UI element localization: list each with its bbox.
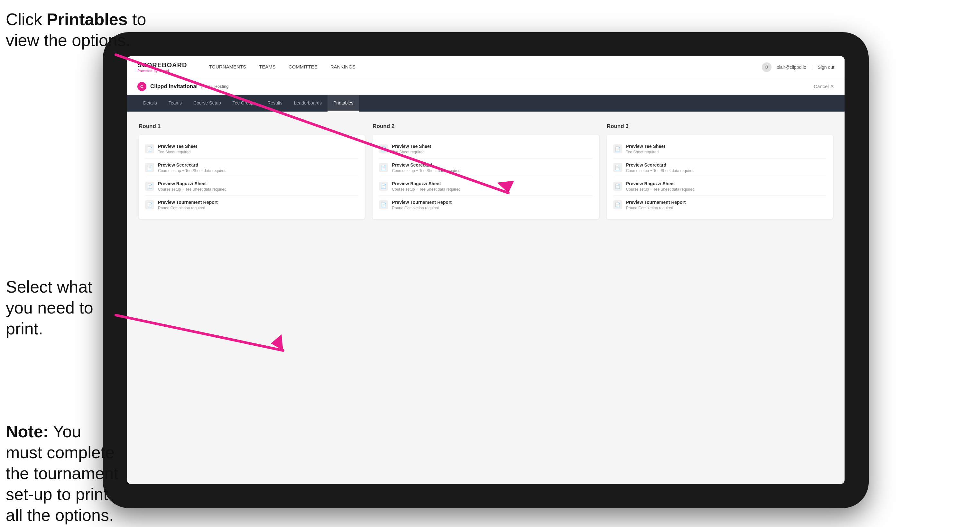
r1-tournament-report-subtitle: Round Completion required <box>158 206 358 210</box>
round-1-column: Round 1 📄 Preview Tee Sheet Tee Sheet re… <box>138 123 365 219</box>
r1-tee-sheet-title: Preview Tee Sheet <box>158 144 358 149</box>
tournament-bar: C Clippd Invitational (Men) Hosting Canc… <box>127 78 845 95</box>
nav-item-tournaments[interactable]: TOURNAMENTS <box>202 56 253 78</box>
main-nav: TOURNAMENTS TEAMS COMMITTEE RANKINGS <box>202 56 762 78</box>
r3-scorecard[interactable]: 📄 Preview Scorecard Course setup + Tee S… <box>613 159 827 177</box>
sub-nav-teams[interactable]: Teams <box>163 95 188 111</box>
tournament-name: Clippd Invitational <box>150 83 197 90</box>
r1-raguzzi-title: Preview Raguzzi Sheet <box>158 181 358 186</box>
tournament-logo: C <box>137 82 146 91</box>
r3-tournament-report[interactable]: 📄 Preview Tournament Report Round Comple… <box>613 196 827 214</box>
r2-scorecard-subtitle: Course setup + Tee Sheet data required <box>392 168 592 173</box>
sub-nav-details[interactable]: Details <box>137 95 163 111</box>
r3-raguzzi-title: Preview Raguzzi Sheet <box>626 181 827 186</box>
tournament-logo-letter: C <box>140 84 143 89</box>
r1-tee-sheet-icon: 📄 <box>145 144 154 153</box>
tournament-badge: (Men) <box>201 84 212 89</box>
r1-raguzzi[interactable]: 📄 Preview Raguzzi Sheet Course setup + T… <box>145 177 358 196</box>
r3-scorecard-icon: 📄 <box>613 163 622 172</box>
rounds-grid: Round 1 📄 Preview Tee Sheet Tee Sheet re… <box>138 123 833 219</box>
sub-nav-results[interactable]: Results <box>262 95 288 111</box>
r3-tee-sheet-subtitle: Tee Sheet required <box>626 150 827 154</box>
r1-scorecard-subtitle: Course setup + Tee Sheet data required <box>158 168 358 173</box>
round-3-card: 📄 Preview Tee Sheet Tee Sheet required 📄… <box>607 135 833 219</box>
tablet-device: SCOREBOARD Powered by clippd TOURNAMENTS… <box>103 32 869 508</box>
r2-raguzzi-subtitle: Course setup + Tee Sheet data required <box>392 187 592 192</box>
r1-tee-sheet[interactable]: 📄 Preview Tee Sheet Tee Sheet required <box>145 140 358 159</box>
avatar: B <box>762 62 772 72</box>
content-area: Round 1 📄 Preview Tee Sheet Tee Sheet re… <box>127 111 845 484</box>
r1-raguzzi-icon: 📄 <box>145 182 154 190</box>
brand: SCOREBOARD Powered by clippd <box>137 62 187 73</box>
round-2-title: Round 2 <box>372 123 599 130</box>
nav-item-rankings[interactable]: RANKINGS <box>324 56 362 78</box>
r1-tee-sheet-subtitle: Tee Sheet required <box>158 150 358 154</box>
tournament-status: Hosting <box>214 84 228 89</box>
r2-raguzzi-title: Preview Raguzzi Sheet <box>392 181 592 186</box>
annotation-mid: Select what you need to print. <box>6 276 115 339</box>
nav-item-committee[interactable]: COMMITTEE <box>282 56 324 78</box>
sub-nav-printables[interactable]: Printables <box>328 95 359 111</box>
r2-tee-sheet-subtitle: Tee Sheet required <box>392 150 592 154</box>
r1-tournament-report[interactable]: 📄 Preview Tournament Report Round Comple… <box>145 196 358 214</box>
r3-raguzzi-subtitle: Course setup + Tee Sheet data required <box>626 187 827 192</box>
nav-item-teams[interactable]: TEAMS <box>253 56 282 78</box>
round-2-column: Round 2 📄 Preview Tee Sheet Tee Sheet re… <box>372 123 599 219</box>
brand-sub: Powered by clippd <box>137 69 187 73</box>
r2-tournament-report[interactable]: 📄 Preview Tournament Report Round Comple… <box>379 196 592 214</box>
cancel-button[interactable]: Cancel ✕ <box>814 84 834 89</box>
r2-tee-sheet-icon: 📄 <box>379 144 388 153</box>
round-3-column: Round 3 📄 Preview Tee Sheet Tee Sheet re… <box>607 123 833 219</box>
r2-scorecard[interactable]: 📄 Preview Scorecard Course setup + Tee S… <box>379 159 592 177</box>
annotation-bold: Printables <box>47 10 127 29</box>
r3-raguzzi[interactable]: 📄 Preview Raguzzi Sheet Course setup + T… <box>613 177 827 196</box>
r2-scorecard-title: Preview Scorecard <box>392 162 592 168</box>
app-header: SCOREBOARD Powered by clippd TOURNAMENTS… <box>127 56 845 78</box>
header-right: B blair@clippd.io | Sign out <box>762 62 834 72</box>
round-1-title: Round 1 <box>138 123 365 130</box>
r1-scorecard-title: Preview Scorecard <box>158 162 358 168</box>
round-2-card: 📄 Preview Tee Sheet Tee Sheet required 📄… <box>372 135 599 219</box>
r2-tournament-report-icon: 📄 <box>379 200 388 210</box>
r3-tournament-report-icon: 📄 <box>613 200 622 210</box>
brand-title: SCOREBOARD <box>137 62 187 69</box>
r3-tournament-report-subtitle: Round Completion required <box>626 206 827 210</box>
r3-tee-sheet-title: Preview Tee Sheet <box>626 144 827 149</box>
r3-scorecard-subtitle: Course setup + Tee Sheet data required <box>626 168 827 173</box>
r1-tournament-report-title: Preview Tournament Report <box>158 200 358 205</box>
r3-raguzzi-icon: 📄 <box>613 182 622 190</box>
annotation-bottom: Note: You must complete the tournament s… <box>6 421 122 526</box>
sub-nav-leaderboards[interactable]: Leaderboards <box>288 95 328 111</box>
note-bold: Note: <box>6 422 49 441</box>
sub-nav-tee-groups[interactable]: Tee Groups <box>227 95 262 111</box>
round-1-card: 📄 Preview Tee Sheet Tee Sheet required 📄… <box>138 135 365 219</box>
r1-scorecard[interactable]: 📄 Preview Scorecard Course setup + Tee S… <box>145 159 358 177</box>
r2-tee-sheet[interactable]: 📄 Preview Tee Sheet Tee Sheet required <box>379 140 592 159</box>
r1-tournament-report-icon: 📄 <box>145 200 154 210</box>
r2-scorecard-icon: 📄 <box>379 163 388 172</box>
sub-nav-course-setup[interactable]: Course Setup <box>188 95 227 111</box>
annotation-top: Click Printables toview the options. <box>6 9 146 51</box>
separator: | <box>811 65 813 70</box>
r2-raguzzi[interactable]: 📄 Preview Raguzzi Sheet Course setup + T… <box>379 177 592 196</box>
sign-out-link[interactable]: Sign out <box>818 65 834 70</box>
r1-scorecard-icon: 📄 <box>145 163 154 172</box>
r2-raguzzi-icon: 📄 <box>379 182 388 190</box>
r3-tee-sheet[interactable]: 📄 Preview Tee Sheet Tee Sheet required <box>613 140 827 159</box>
sub-nav: Details Teams Course Setup Tee Groups Re… <box>127 95 845 111</box>
r2-tournament-report-title: Preview Tournament Report <box>392 200 592 205</box>
tablet-screen: SCOREBOARD Powered by clippd TOURNAMENTS… <box>127 56 845 484</box>
round-3-title: Round 3 <box>607 123 833 130</box>
r3-tee-sheet-icon: 📄 <box>613 144 622 153</box>
r1-raguzzi-subtitle: Course setup + Tee Sheet data required <box>158 187 358 192</box>
r2-tournament-report-subtitle: Round Completion required <box>392 206 592 210</box>
user-email: blair@clippd.io <box>777 65 806 70</box>
r2-tee-sheet-title: Preview Tee Sheet <box>392 144 592 149</box>
r3-scorecard-title: Preview Scorecard <box>626 162 827 168</box>
r3-tournament-report-title: Preview Tournament Report <box>626 200 827 205</box>
